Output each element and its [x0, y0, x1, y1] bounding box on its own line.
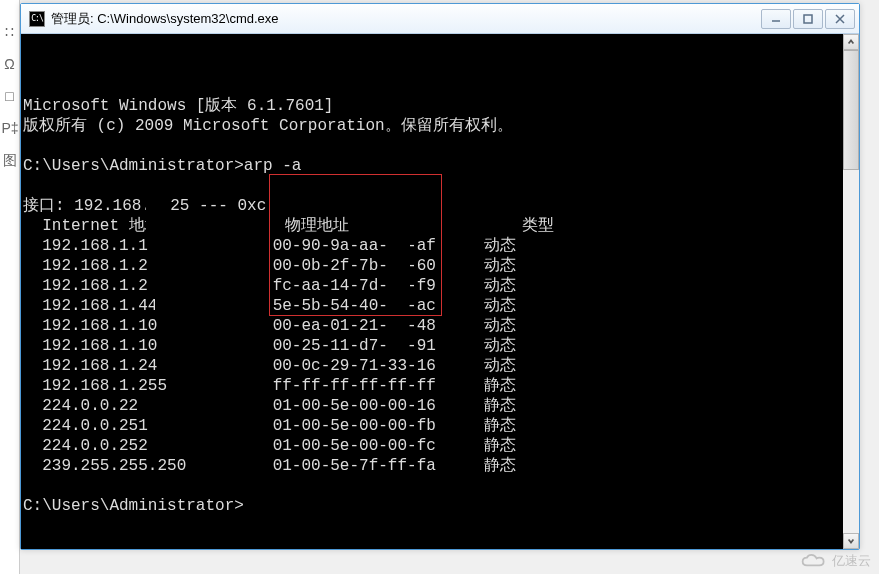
watermark: 亿速云 — [800, 552, 871, 570]
window-title: 管理员: C:\Windows\system32\cmd.exe — [51, 10, 761, 28]
terminal-line — [23, 476, 859, 496]
arp-row: 192.168.1.255 ff-ff-ff-ff-ff-ff 静态 — [23, 376, 859, 396]
window-controls — [761, 9, 855, 29]
scrollbar[interactable] — [843, 34, 859, 549]
cmd-window: C:\ 管理员: C:\Windows\system32\cmd.exe Mic… — [20, 3, 860, 550]
arp-row: 192.168.1.10 00-ea-01-21- -48 动态 — [23, 316, 859, 336]
cmd-icon: C:\ — [29, 11, 45, 27]
terminal-line — [23, 136, 859, 156]
arp-row: 192.168.1.24 00-0c-29-71-33-16 动态 — [23, 356, 859, 376]
arp-row: 239.255.255.250 01-00-5e-7f-ff-fa 静态 — [23, 456, 859, 476]
terminal-line: 版权所有 (c) 2009 Microsoft Corporation。保留所有… — [23, 116, 859, 136]
minimize-button[interactable] — [761, 9, 791, 29]
terminal-output[interactable]: Microsoft Windows [版本 6.1.7601]版权所有 (c) … — [21, 34, 859, 549]
panel-item: P‡ — [2, 120, 18, 136]
titlebar[interactable]: C:\ 管理员: C:\Windows\system32\cmd.exe — [21, 4, 859, 34]
panel-item: □ — [2, 88, 18, 104]
maximize-button[interactable] — [793, 9, 823, 29]
terminal-line — [23, 176, 859, 196]
terminal-line: Microsoft Windows [版本 6.1.7601] — [23, 96, 859, 116]
panel-item: ∷ — [2, 24, 18, 40]
terminal-line: C:\Users\Administrator> — [23, 496, 859, 516]
scroll-track[interactable] — [843, 50, 859, 533]
arp-row: 224.0.0.251 01-00-5e-00-00-fb 静态 — [23, 416, 859, 436]
host-left-panel: ∷ Ω □ P‡ 图 — [0, 0, 20, 574]
panel-item: Ω — [2, 56, 18, 72]
scroll-up-button[interactable] — [843, 34, 859, 50]
close-button[interactable] — [825, 9, 855, 29]
arp-row: 224.0.0.22 01-00-5e-00-00-16 静态 — [23, 396, 859, 416]
arp-row: 192.168.1.10 00-25-11-d7- -91 动态 — [23, 336, 859, 356]
panel-item: 图 — [2, 152, 18, 170]
cloud-icon — [800, 553, 828, 569]
scroll-thumb[interactable] — [843, 50, 859, 170]
svg-rect-0 — [804, 15, 812, 23]
terminal-line: 接口: 192.168.1.25 --- 0xc — [23, 196, 859, 216]
scroll-down-button[interactable] — [843, 533, 859, 549]
arp-row: 192.168.1.1 00-90-9a-aa- -af 动态 — [23, 236, 859, 256]
arp-row: 224.0.0.252 01-00-5e-00-00-fc 静态 — [23, 436, 859, 456]
arp-row: 192.168.1.2 00-0b-2f-7b- -60 动态 — [23, 256, 859, 276]
arp-header: Internet 地址 物理地址 类型 — [23, 216, 859, 236]
terminal-line: C:\Users\Administrator>arp -a — [23, 156, 859, 176]
arp-row: 192.168.1.2 fc-aa-14-7d- -f9 动态 — [23, 276, 859, 296]
arp-row: 192.168.1.44 5e-5b-54-40- -ac 动态 — [23, 296, 859, 316]
